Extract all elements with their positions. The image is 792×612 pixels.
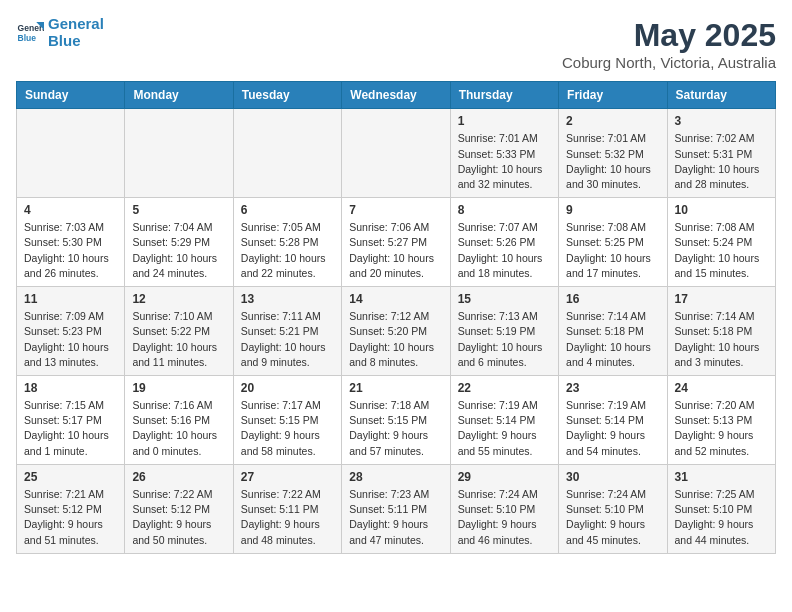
calendar-cell: 21Sunrise: 7:18 AMSunset: 5:15 PMDayligh… — [342, 376, 450, 465]
week-row-2: 4Sunrise: 7:03 AMSunset: 5:30 PMDaylight… — [17, 198, 776, 287]
day-number: 9 — [566, 203, 659, 217]
day-info: Sunrise: 7:25 AMSunset: 5:10 PMDaylight:… — [675, 487, 768, 548]
calendar-cell: 29Sunrise: 7:24 AMSunset: 5:10 PMDayligh… — [450, 464, 558, 553]
day-number: 26 — [132, 470, 225, 484]
header-thursday: Thursday — [450, 82, 558, 109]
day-info: Sunrise: 7:16 AMSunset: 5:16 PMDaylight:… — [132, 398, 225, 459]
calendar-cell: 3Sunrise: 7:02 AMSunset: 5:31 PMDaylight… — [667, 109, 775, 198]
day-number: 14 — [349, 292, 442, 306]
day-info: Sunrise: 7:08 AMSunset: 5:24 PMDaylight:… — [675, 220, 768, 281]
day-number: 6 — [241, 203, 334, 217]
calendar-cell: 28Sunrise: 7:23 AMSunset: 5:11 PMDayligh… — [342, 464, 450, 553]
day-number: 30 — [566, 470, 659, 484]
day-number: 22 — [458, 381, 551, 395]
day-info: Sunrise: 7:24 AMSunset: 5:10 PMDaylight:… — [566, 487, 659, 548]
calendar-cell — [342, 109, 450, 198]
calendar-cell: 8Sunrise: 7:07 AMSunset: 5:26 PMDaylight… — [450, 198, 558, 287]
week-row-5: 25Sunrise: 7:21 AMSunset: 5:12 PMDayligh… — [17, 464, 776, 553]
calendar-cell: 24Sunrise: 7:20 AMSunset: 5:13 PMDayligh… — [667, 376, 775, 465]
logo: General Blue GeneralBlue — [16, 16, 104, 49]
calendar-title: May 2025 — [562, 16, 776, 54]
day-info: Sunrise: 7:10 AMSunset: 5:22 PMDaylight:… — [132, 309, 225, 370]
svg-text:Blue: Blue — [18, 32, 37, 42]
day-info: Sunrise: 7:11 AMSunset: 5:21 PMDaylight:… — [241, 309, 334, 370]
day-number: 5 — [132, 203, 225, 217]
week-row-4: 18Sunrise: 7:15 AMSunset: 5:17 PMDayligh… — [17, 376, 776, 465]
day-number: 7 — [349, 203, 442, 217]
calendar-table: SundayMondayTuesdayWednesdayThursdayFrid… — [16, 81, 776, 553]
day-number: 3 — [675, 114, 768, 128]
calendar-cell: 20Sunrise: 7:17 AMSunset: 5:15 PMDayligh… — [233, 376, 341, 465]
calendar-cell: 2Sunrise: 7:01 AMSunset: 5:32 PMDaylight… — [559, 109, 667, 198]
title-block: May 2025 Coburg North, Victoria, Austral… — [562, 16, 776, 71]
day-number: 24 — [675, 381, 768, 395]
day-number: 18 — [24, 381, 117, 395]
day-info: Sunrise: 7:12 AMSunset: 5:20 PMDaylight:… — [349, 309, 442, 370]
day-info: Sunrise: 7:19 AMSunset: 5:14 PMDaylight:… — [458, 398, 551, 459]
day-info: Sunrise: 7:06 AMSunset: 5:27 PMDaylight:… — [349, 220, 442, 281]
week-row-3: 11Sunrise: 7:09 AMSunset: 5:23 PMDayligh… — [17, 287, 776, 376]
day-info: Sunrise: 7:08 AMSunset: 5:25 PMDaylight:… — [566, 220, 659, 281]
calendar-cell: 10Sunrise: 7:08 AMSunset: 5:24 PMDayligh… — [667, 198, 775, 287]
calendar-cell: 14Sunrise: 7:12 AMSunset: 5:20 PMDayligh… — [342, 287, 450, 376]
day-number: 21 — [349, 381, 442, 395]
day-number: 2 — [566, 114, 659, 128]
header-wednesday: Wednesday — [342, 82, 450, 109]
week-row-1: 1Sunrise: 7:01 AMSunset: 5:33 PMDaylight… — [17, 109, 776, 198]
calendar-cell: 6Sunrise: 7:05 AMSunset: 5:28 PMDaylight… — [233, 198, 341, 287]
day-number: 10 — [675, 203, 768, 217]
calendar-cell: 18Sunrise: 7:15 AMSunset: 5:17 PMDayligh… — [17, 376, 125, 465]
day-info: Sunrise: 7:04 AMSunset: 5:29 PMDaylight:… — [132, 220, 225, 281]
day-number: 1 — [458, 114, 551, 128]
calendar-cell: 27Sunrise: 7:22 AMSunset: 5:11 PMDayligh… — [233, 464, 341, 553]
calendar-cell: 4Sunrise: 7:03 AMSunset: 5:30 PMDaylight… — [17, 198, 125, 287]
logo-text: GeneralBlue — [48, 16, 104, 49]
day-number: 20 — [241, 381, 334, 395]
calendar-cell: 15Sunrise: 7:13 AMSunset: 5:19 PMDayligh… — [450, 287, 558, 376]
header-sunday: Sunday — [17, 82, 125, 109]
day-number: 11 — [24, 292, 117, 306]
calendar-cell: 12Sunrise: 7:10 AMSunset: 5:22 PMDayligh… — [125, 287, 233, 376]
day-info: Sunrise: 7:01 AMSunset: 5:33 PMDaylight:… — [458, 131, 551, 192]
calendar-cell: 17Sunrise: 7:14 AMSunset: 5:18 PMDayligh… — [667, 287, 775, 376]
day-info: Sunrise: 7:21 AMSunset: 5:12 PMDaylight:… — [24, 487, 117, 548]
calendar-body: 1Sunrise: 7:01 AMSunset: 5:33 PMDaylight… — [17, 109, 776, 553]
day-number: 31 — [675, 470, 768, 484]
calendar-cell: 11Sunrise: 7:09 AMSunset: 5:23 PMDayligh… — [17, 287, 125, 376]
day-number: 12 — [132, 292, 225, 306]
calendar-cell — [17, 109, 125, 198]
header-friday: Friday — [559, 82, 667, 109]
header-row: SundayMondayTuesdayWednesdayThursdayFrid… — [17, 82, 776, 109]
calendar-cell: 26Sunrise: 7:22 AMSunset: 5:12 PMDayligh… — [125, 464, 233, 553]
header-saturday: Saturday — [667, 82, 775, 109]
header-tuesday: Tuesday — [233, 82, 341, 109]
day-number: 19 — [132, 381, 225, 395]
day-info: Sunrise: 7:24 AMSunset: 5:10 PMDaylight:… — [458, 487, 551, 548]
calendar-cell: 9Sunrise: 7:08 AMSunset: 5:25 PMDaylight… — [559, 198, 667, 287]
day-info: Sunrise: 7:22 AMSunset: 5:12 PMDaylight:… — [132, 487, 225, 548]
page-header: General Blue GeneralBlue May 2025 Coburg… — [16, 16, 776, 71]
calendar-cell: 30Sunrise: 7:24 AMSunset: 5:10 PMDayligh… — [559, 464, 667, 553]
calendar-cell: 1Sunrise: 7:01 AMSunset: 5:33 PMDaylight… — [450, 109, 558, 198]
day-info: Sunrise: 7:09 AMSunset: 5:23 PMDaylight:… — [24, 309, 117, 370]
day-info: Sunrise: 7:07 AMSunset: 5:26 PMDaylight:… — [458, 220, 551, 281]
day-info: Sunrise: 7:13 AMSunset: 5:19 PMDaylight:… — [458, 309, 551, 370]
day-number: 29 — [458, 470, 551, 484]
day-number: 13 — [241, 292, 334, 306]
day-info: Sunrise: 7:19 AMSunset: 5:14 PMDaylight:… — [566, 398, 659, 459]
day-number: 28 — [349, 470, 442, 484]
day-number: 17 — [675, 292, 768, 306]
day-info: Sunrise: 7:22 AMSunset: 5:11 PMDaylight:… — [241, 487, 334, 548]
day-info: Sunrise: 7:15 AMSunset: 5:17 PMDaylight:… — [24, 398, 117, 459]
calendar-cell — [233, 109, 341, 198]
day-info: Sunrise: 7:20 AMSunset: 5:13 PMDaylight:… — [675, 398, 768, 459]
calendar-cell: 23Sunrise: 7:19 AMSunset: 5:14 PMDayligh… — [559, 376, 667, 465]
day-info: Sunrise: 7:02 AMSunset: 5:31 PMDaylight:… — [675, 131, 768, 192]
logo-icon: General Blue — [16, 19, 44, 47]
calendar-cell: 13Sunrise: 7:11 AMSunset: 5:21 PMDayligh… — [233, 287, 341, 376]
day-info: Sunrise: 7:17 AMSunset: 5:15 PMDaylight:… — [241, 398, 334, 459]
calendar-cell: 7Sunrise: 7:06 AMSunset: 5:27 PMDaylight… — [342, 198, 450, 287]
day-number: 27 — [241, 470, 334, 484]
calendar-cell: 22Sunrise: 7:19 AMSunset: 5:14 PMDayligh… — [450, 376, 558, 465]
calendar-cell: 16Sunrise: 7:14 AMSunset: 5:18 PMDayligh… — [559, 287, 667, 376]
